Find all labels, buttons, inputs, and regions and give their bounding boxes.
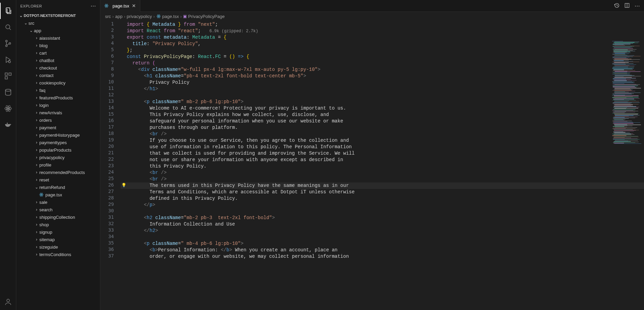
folder-sale[interactable]: ›sale bbox=[16, 198, 100, 206]
folder-app[interactable]: ⌄app bbox=[16, 27, 100, 34]
folder-privacypolicy[interactable]: ›privacypolicy bbox=[16, 154, 100, 161]
line-numbers: 1234567891011121314151617181920212223242… bbox=[100, 21, 121, 310]
folder-recommendedProducts[interactable]: ›recommendedProducts bbox=[16, 169, 100, 176]
source-control-icon[interactable] bbox=[0, 35, 16, 52]
breadcrumbs[interactable]: src› app› privacypolicy› page.tsx› ▣ Pri… bbox=[100, 12, 644, 21]
folder-payment[interactable]: ›payment bbox=[16, 124, 100, 131]
svg-point-5 bbox=[8, 61, 11, 63]
close-icon[interactable]: ✕ bbox=[131, 3, 137, 8]
search-activity-icon[interactable] bbox=[0, 19, 16, 35]
explorer-sidebar: EXPLORER ⋯ ⌄ DOTPOT-NEXTSTOREFRONT ⌄src … bbox=[16, 0, 100, 310]
folder-returnRefund[interactable]: ⌄returnRefund bbox=[16, 183, 100, 191]
timeline-icon[interactable] bbox=[614, 3, 620, 9]
svg-point-28 bbox=[158, 16, 159, 17]
folder-featuredProducts[interactable]: ›featuredProducts bbox=[16, 94, 100, 101]
explorer-activity-icon[interactable] bbox=[0, 3, 16, 19]
folder-paymenttypes[interactable]: ›paymenttypes bbox=[16, 139, 100, 146]
svg-point-1 bbox=[6, 25, 10, 29]
svg-rect-8 bbox=[5, 77, 7, 79]
react-icon[interactable] bbox=[0, 100, 16, 117]
docker-icon[interactable] bbox=[0, 117, 16, 133]
file-tree: ⌄src ⌄app ›aiassistant›blog›cart›chatBot… bbox=[16, 19, 100, 310]
folder-chatBot[interactable]: ›chatBot bbox=[16, 57, 100, 64]
folder-paymentHistorypage[interactable]: ›paymentHistorypage bbox=[16, 131, 100, 139]
sidebar-more-icon[interactable]: ⋯ bbox=[90, 3, 96, 9]
tab-actions: ⋯ bbox=[614, 3, 644, 9]
sidebar-header: EXPLORER ⋯ bbox=[16, 0, 100, 12]
folder-popularProducts[interactable]: ›popularProducts bbox=[16, 146, 100, 154]
minimap[interactable] bbox=[612, 41, 639, 129]
tab-bar: page.tsx ✕ ⋯ bbox=[100, 0, 644, 12]
svg-rect-0 bbox=[6, 8, 10, 13]
svg-point-9 bbox=[7, 108, 9, 109]
account-icon[interactable] bbox=[0, 294, 16, 310]
folder-reset[interactable]: ›reset bbox=[16, 176, 100, 183]
folder-sitemap[interactable]: ›sitemap bbox=[16, 236, 100, 243]
folder-newArrivals[interactable]: ›newArrivals bbox=[16, 109, 100, 116]
folder-shippingCollection[interactable]: ›shippingCollection bbox=[16, 213, 100, 221]
svg-point-18 bbox=[41, 194, 42, 195]
folder-cookiespolicy[interactable]: ›cookiespolicy bbox=[16, 79, 100, 86]
project-root[interactable]: ⌄ DOTPOT-NEXTSTOREFRONT bbox=[16, 12, 100, 19]
folder-src[interactable]: ⌄src bbox=[16, 19, 100, 27]
svg-rect-7 bbox=[9, 73, 11, 75]
tab-page-tsx[interactable]: page.tsx ✕ bbox=[100, 0, 140, 12]
svg-point-17 bbox=[7, 299, 9, 302]
folder-profile[interactable]: ›profile bbox=[16, 161, 100, 169]
folder-signup[interactable]: ›signup bbox=[16, 228, 100, 236]
folder-blog[interactable]: ›blog bbox=[16, 42, 100, 49]
folder-orders[interactable]: ›orders bbox=[16, 116, 100, 124]
folder-faq[interactable]: ›faq bbox=[16, 86, 100, 94]
svg-rect-16 bbox=[7, 123, 8, 124]
svg-point-2 bbox=[5, 40, 7, 42]
svg-point-22 bbox=[106, 5, 107, 6]
folder-cart[interactable]: ›cart bbox=[16, 49, 100, 57]
sidebar-title: EXPLORER bbox=[20, 4, 42, 8]
symbol-icon: ▣ bbox=[183, 14, 187, 19]
activity-bar bbox=[0, 0, 16, 310]
code-editor[interactable]: 1234567891011121314151617181920212223242… bbox=[100, 21, 644, 310]
svg-rect-6 bbox=[5, 73, 7, 75]
react-file-icon bbox=[104, 3, 109, 8]
split-editor-icon[interactable] bbox=[624, 3, 630, 9]
more-icon[interactable]: ⋯ bbox=[635, 3, 640, 9]
folder-contact[interactable]: ›contact bbox=[16, 72, 100, 79]
react-file-icon bbox=[39, 192, 44, 197]
svg-point-3 bbox=[5, 45, 7, 47]
folder-aiassistant[interactable]: ›aiassistant bbox=[16, 34, 100, 42]
db-icon[interactable] bbox=[0, 84, 16, 100]
folder-login[interactable]: ›login bbox=[16, 101, 100, 109]
code-content[interactable]: import { Metadata } from "next";import R… bbox=[121, 21, 644, 310]
chevron-down-icon: ⌄ bbox=[18, 13, 24, 18]
folder-checkout[interactable]: ›checkout bbox=[16, 64, 100, 72]
editor-main: page.tsx ✕ ⋯ src› app› privacypolicy› pa… bbox=[100, 0, 644, 310]
file-page-tsx[interactable]: page.tsx bbox=[16, 191, 100, 198]
react-file-icon bbox=[156, 14, 161, 19]
folder-sizeguide[interactable]: ›sizeguide bbox=[16, 243, 100, 251]
folder-termsConditions[interactable]: ›termsConditions bbox=[16, 251, 100, 258]
folder-search[interactable]: ›search bbox=[16, 206, 100, 213]
extensions-icon[interactable] bbox=[0, 68, 16, 84]
folder-shop[interactable]: ›shop bbox=[16, 221, 100, 228]
run-debug-icon[interactable] bbox=[0, 52, 16, 68]
